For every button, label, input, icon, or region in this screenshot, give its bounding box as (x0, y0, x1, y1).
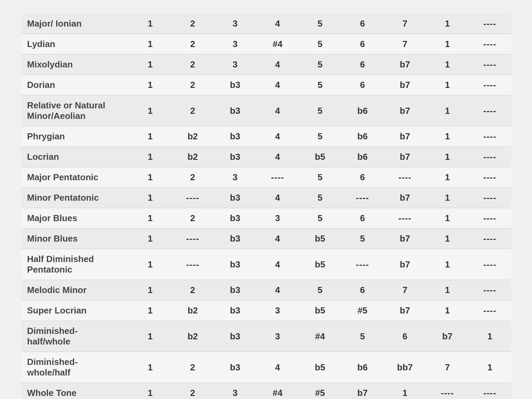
scale-note: 1 (129, 147, 172, 167)
scale-note: b2 (172, 321, 214, 352)
table-row: Diminished- whole/half12b34b5b6bb771 (21, 352, 511, 383)
scale-note: 2 (172, 75, 214, 95)
scale-note: 2 (172, 352, 214, 383)
scale-note: 4 (256, 75, 299, 95)
scale-note: 5 (299, 95, 341, 126)
scale-name: Diminished- whole/half (21, 352, 129, 383)
scale-note: 1 (129, 14, 172, 34)
scale-name: Major/ Ionian (21, 14, 129, 34)
scale-note: 6 (341, 280, 384, 301)
scale-note: 3 (214, 167, 256, 188)
scale-note: 4 (256, 280, 299, 301)
scale-note: 4 (256, 147, 299, 167)
scale-note: b3 (214, 208, 256, 229)
scale-note: 7 (384, 14, 426, 34)
table-row: Super Locrian1b2b33b5#5b71---- (21, 301, 511, 321)
scale-note: 5 (299, 14, 341, 34)
scale-note: b7 (384, 188, 426, 208)
scale-name: Mixolydian (21, 55, 129, 75)
scale-note: b7 (384, 301, 426, 321)
scale-note: b3 (214, 321, 256, 352)
scale-note: 1 (129, 34, 172, 55)
scale-note: ---- (341, 249, 384, 280)
scale-note: b7 (426, 321, 469, 352)
scale-name: Whole Tone (21, 383, 129, 399)
scale-note: b7 (384, 249, 426, 280)
table-row: Diminished- half/whole1b2b33#456b71 (21, 321, 511, 352)
scale-note: b5 (299, 352, 341, 383)
scale-note: 3 (256, 301, 299, 321)
scale-note: ---- (469, 14, 511, 34)
scale-note: 1 (129, 55, 172, 75)
scale-name: Locrian (21, 147, 129, 167)
scale-note: ---- (469, 249, 511, 280)
scale-note: ---- (469, 147, 511, 167)
scale-note: ---- (469, 280, 511, 301)
scale-note: 1 (129, 188, 172, 208)
scale-note: 1 (129, 280, 172, 301)
table-row: Locrian1b2b34b5b6b71---- (21, 147, 511, 167)
scale-note: b6 (341, 126, 384, 147)
scale-note: 1 (426, 34, 469, 55)
scale-note: ---- (469, 126, 511, 147)
scale-name: Minor Pentatonic (21, 188, 129, 208)
scale-note: 2 (172, 34, 214, 55)
scale-name: Super Locrian (21, 301, 129, 321)
scale-note: 6 (384, 321, 426, 352)
scale-note: 1 (426, 301, 469, 321)
scale-note: 6 (341, 208, 384, 229)
scale-note: #4 (256, 34, 299, 55)
table-row: Mixolydian123456b71---- (21, 55, 511, 75)
scale-note: ---- (256, 167, 299, 188)
table-row: Major Blues12b3356----1---- (21, 208, 511, 229)
scale-note: 1 (129, 75, 172, 95)
scale-note: 1 (426, 95, 469, 126)
scale-note: 6 (341, 55, 384, 75)
scale-note: 4 (256, 14, 299, 34)
scale-note: 2 (172, 55, 214, 75)
scale-note: 1 (129, 126, 172, 147)
scale-name: Phrygian (21, 126, 129, 147)
scale-note: ---- (426, 383, 469, 399)
scale-note: ---- (469, 208, 511, 229)
scale-note: ---- (469, 34, 511, 55)
table-row: Relative or NaturalMinor/Aeolian12b345b6… (21, 95, 511, 126)
scale-note: 1 (129, 321, 172, 352)
scale-note: b5 (299, 229, 341, 249)
scale-note: 4 (256, 249, 299, 280)
scale-note: 1 (129, 383, 172, 399)
scales-table-container: Major/ Ionian12345671----Lydian123#45671… (21, 14, 511, 399)
scale-name: Minor Blues (21, 229, 129, 249)
table-row: Lydian123#45671---- (21, 34, 511, 55)
table-row: Dorian12b3456b71---- (21, 75, 511, 95)
scale-note: 5 (299, 188, 341, 208)
scale-note: b3 (214, 188, 256, 208)
scale-note: ---- (384, 208, 426, 229)
scale-note: 1 (129, 352, 172, 383)
scale-note: 1 (426, 249, 469, 280)
scale-note: 1 (426, 229, 469, 249)
scale-note: b7 (384, 95, 426, 126)
scale-name: Lydian (21, 34, 129, 55)
scale-note: 4 (256, 188, 299, 208)
scale-note: 5 (341, 321, 384, 352)
scale-note: b3 (214, 95, 256, 126)
scale-note: b3 (214, 280, 256, 301)
scale-note: 4 (256, 229, 299, 249)
table-row: Melodic Minor12b345671---- (21, 280, 511, 301)
table-row: Major Pentatonic123----56----1---- (21, 167, 511, 188)
scale-note: 5 (299, 280, 341, 301)
scale-note: b3 (214, 249, 256, 280)
scale-note: 1 (129, 301, 172, 321)
scale-note: b6 (341, 95, 384, 126)
scale-note: b7 (384, 229, 426, 249)
scale-name: Relative or NaturalMinor/Aeolian (21, 95, 129, 126)
scale-note: b3 (214, 229, 256, 249)
scale-note: 5 (299, 55, 341, 75)
scale-note: b7 (384, 75, 426, 95)
scale-note: 4 (256, 95, 299, 126)
scale-note: 2 (172, 280, 214, 301)
scale-note: b3 (214, 75, 256, 95)
scale-note: ---- (469, 383, 511, 399)
scales-table: Major/ Ionian12345671----Lydian123#45671… (21, 14, 511, 399)
